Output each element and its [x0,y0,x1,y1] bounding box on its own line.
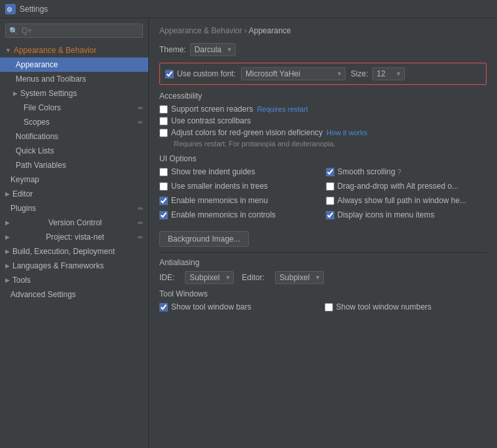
drag-drop-text: Drag-and-drop with Alt pressed o... [338,182,458,191]
divider [159,252,487,253]
contrast-scrollbars-row: Use contrast scrollbars [159,116,487,125]
theme-select[interactable]: Darcula [190,43,236,56]
custom-font-checkbox-label[interactable]: Use custom font: [165,69,236,78]
expand-arrow-icon: ▶ [5,248,10,255]
mnemonics-controls-checkbox[interactable] [159,211,168,219]
sidebar-item-advanced-settings[interactable]: Advanced Settings [0,287,148,302]
mnemonics-menu-text: Enable mnemonics in menu [171,196,268,205]
sidebar-item-version-control[interactable]: ▶ Version Control ✏ [0,216,148,230]
sidebar-item-label: Version Control [48,218,102,227]
drag-drop-checkbox[interactable] [326,182,334,191]
sidebar-item-appearance[interactable]: Appearance [0,57,148,72]
requires-restart-hint[interactable]: Requires restart [257,105,308,113]
display-icons-label[interactable]: Display icons in menu items [326,210,435,219]
show-tool-numbers-label[interactable]: Show tool window numbers [325,302,432,312]
full-path-checkbox[interactable] [326,197,334,205]
smooth-scrolling-checkbox[interactable] [326,168,334,176]
edit-icon: ✏ [138,205,143,212]
sidebar-item-appearance-behavior[interactable]: ▼ Appearance & Behavior [0,43,148,57]
show-tool-numbers-checkbox[interactable] [325,303,333,312]
sidebar: 🔍 ▼ Appearance & Behavior Appearance Men… [0,18,149,448]
custom-font-checkbox[interactable] [165,70,174,78]
tree-indent-row: Show tree indent guides [159,167,321,176]
mnemonics-menu-label[interactable]: Enable mnemonics in menu [159,196,268,205]
tree-indent-label[interactable]: Show tree indent guides [159,167,255,176]
sidebar-item-menus-toolbars[interactable]: Menus and Toolbars [0,72,148,86]
smaller-indents-checkbox[interactable] [159,182,168,191]
sidebar-item-label: Advanced Settings [10,290,76,299]
search-box[interactable]: 🔍 [5,24,143,38]
color-blindness-label[interactable]: Adjust colors for red-green vision defic… [159,128,323,137]
sidebar-item-keymap[interactable]: Keymap [0,172,148,187]
show-tool-bars-checkbox[interactable] [159,303,168,312]
screen-readers-text: Support screen readers [171,104,253,114]
font-select[interactable]: Microsoft YaHei [241,67,345,80]
sidebar-item-system-settings[interactable]: ▶ System Settings [0,86,148,101]
sidebar-item-editor[interactable]: ▶ Editor [0,187,148,201]
color-blindness-checkbox[interactable] [159,129,168,137]
edit-icon: ✏ [138,234,143,241]
editor-antialiasing-select[interactable]: Subpixel [275,271,324,284]
sidebar-item-label: Appearance [16,60,58,69]
screen-readers-label[interactable]: Support screen readers [159,104,253,114]
expand-arrow-icon: ▶ [5,263,10,269]
drag-drop-label[interactable]: Drag-and-drop with Alt pressed o... [326,182,458,191]
mnemonics-controls-label[interactable]: Enable mnemonics in controls [159,210,276,219]
expand-arrow-icon: ▶ [5,234,10,240]
sidebar-item-label: File Colors [24,103,61,112]
full-path-label[interactable]: Always show full path in window he... [326,196,466,205]
theme-select-wrapper[interactable]: Darcula ▼ [190,43,236,56]
ui-options-grid: Show tree indent guides Use smaller inde… [159,167,487,222]
sidebar-item-file-colors[interactable]: File Colors ✏ [0,101,148,115]
ide-antialiasing-select[interactable]: Subpixel [185,271,234,284]
screen-readers-checkbox[interactable] [159,105,168,114]
size-select-wrapper[interactable]: 12 ▼ [372,67,405,80]
sidebar-item-label: Project: vista-net [46,232,104,242]
sidebar-item-scopes[interactable]: Scopes ✏ [0,115,148,129]
sidebar-item-build-execution[interactable]: ▶ Build, Execution, Deployment [0,244,148,259]
sidebar-item-label: Build, Execution, Deployment [12,247,115,256]
search-icon: 🔍 [9,27,18,35]
mnemonics-menu-row: Enable mnemonics in menu [159,196,321,205]
smooth-scrolling-label[interactable]: Smooth scrolling [326,167,396,176]
contrast-scrollbars-text: Use contrast scrollbars [171,116,251,125]
svg-text:⚙: ⚙ [7,6,12,13]
size-select[interactable]: 12 [372,67,405,80]
search-input[interactable] [5,24,143,38]
sidebar-item-tools[interactable]: ▶ Tools [0,273,148,287]
mnemonics-controls-text: Enable mnemonics in controls [171,210,276,219]
custom-font-label: Use custom font: [177,69,236,78]
ide-label: IDE: [159,273,174,282]
editor-antialiasing-wrapper[interactable]: Subpixel ▼ [275,271,324,284]
sidebar-item-project-vista-net[interactable]: ▶ Project: vista-net ✏ [0,230,148,244]
antialiasing-section: Antialiasing IDE: Subpixel ▼ Editor: Sub… [159,258,487,284]
edit-icon: ✏ [138,219,143,227]
breadcrumb: Appearance & Behavior › Appearance [159,26,487,35]
ide-antialiasing-wrapper[interactable]: Subpixel ▼ [185,271,234,284]
sidebar-item-plugins[interactable]: Plugins ✏ [0,201,148,216]
show-tool-numbers-row: Show tool window numbers [325,302,487,312]
show-tool-bars-label[interactable]: Show tool window bars [159,302,251,312]
contrast-scrollbars-checkbox[interactable] [159,117,168,125]
expand-arrow-icon: ▶ [5,191,10,197]
sidebar-item-notifications[interactable]: Notifications [0,129,148,144]
contrast-scrollbars-label[interactable]: Use contrast scrollbars [159,116,251,125]
font-select-wrapper[interactable]: Microsoft YaHei ▼ [241,67,345,80]
sidebar-item-quick-lists[interactable]: Quick Lists [0,144,148,158]
how-it-works-link[interactable]: How it works [327,129,367,136]
sidebar-item-path-variables[interactable]: Path Variables [0,158,148,172]
background-image-button[interactable]: Background Image... [159,231,249,247]
drag-drop-row: Drag-and-drop with Alt pressed o... [326,182,487,191]
mnemonics-menu-checkbox[interactable] [159,197,168,205]
tool-windows-section: Tool Windows Show tool window bars Show … [159,289,487,314]
restart-note: Requires restart. For protanopia and deu… [174,140,487,148]
sidebar-item-languages-frameworks[interactable]: ▶ Languages & Frameworks [0,259,148,273]
tree-indent-checkbox[interactable] [159,168,168,176]
mnemonics-controls-row: Enable mnemonics in controls [159,210,321,219]
full-path-row: Always show full path in window he... [326,196,487,205]
smooth-scrolling-help-icon[interactable]: ? [397,168,401,176]
sidebar-item-label: Languages & Frameworks [12,261,104,270]
tree-indent-text: Show tree indent guides [171,167,255,176]
smaller-indents-label[interactable]: Use smaller indents in trees [159,182,268,191]
display-icons-checkbox[interactable] [326,211,334,219]
